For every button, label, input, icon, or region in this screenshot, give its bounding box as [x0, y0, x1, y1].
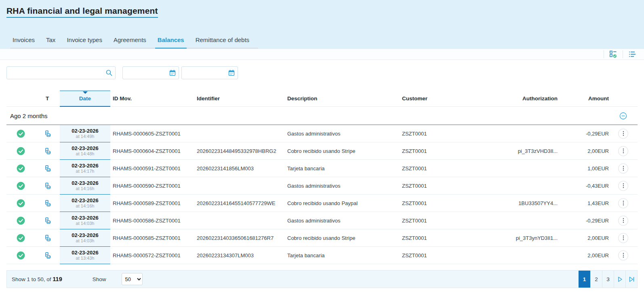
date-from-field-wrap — [122, 66, 179, 79]
date-cell: 02-23-2026 at 13:43h — [60, 247, 110, 264]
tab-tax[interactable]: Tax — [44, 33, 58, 49]
page-size-select[interactable]: 50 — [122, 273, 143, 285]
authorization-cell — [475, 212, 562, 229]
pagination-next-button[interactable] — [614, 271, 625, 288]
actions-cell — [609, 212, 638, 229]
check-circle-icon — [17, 216, 25, 225]
search-icon[interactable] — [105, 69, 113, 78]
identifier-cell — [190, 177, 285, 195]
customer-cell: ZSZT0001 — [398, 195, 475, 212]
row-menu-button[interactable] — [618, 233, 628, 243]
customer-cell: ZSZT0001 — [398, 212, 475, 229]
status-cell — [6, 160, 35, 177]
kebab-icon — [621, 252, 626, 258]
tab-agreements[interactable]: Agreements — [111, 33, 149, 49]
total-count: 119 — [53, 276, 62, 282]
status-cell — [6, 177, 35, 195]
row-menu-button[interactable] — [618, 129, 628, 139]
header-customer-column[interactable]: Customer — [398, 91, 475, 107]
header-status-column — [6, 91, 35, 107]
authorization-cell: pi_3T3ynYD3Il1... — [475, 229, 562, 247]
actions-cell — [609, 160, 638, 177]
check-circle-icon — [17, 182, 25, 190]
row-menu-button[interactable] — [618, 146, 628, 156]
movement-type-icon — [43, 164, 52, 173]
movement-type-cell — [35, 195, 60, 212]
kebab-icon — [621, 165, 626, 171]
show-label: Show — [93, 276, 106, 282]
id-mov-cell: RHAMS-0000589-ZSZT0001 — [110, 195, 190, 212]
row-menu-button[interactable] — [618, 181, 628, 191]
customer-cell: ZSZT0001 — [398, 229, 475, 247]
pagination-page-3[interactable]: 3 — [602, 271, 614, 288]
description-cell: Tarjeta bancaria — [285, 160, 398, 177]
row-menu-button[interactable] — [618, 250, 628, 261]
id-mov-cell: RHAMS-0000604-ZSZT0001 — [110, 142, 190, 160]
identifier-cell — [190, 125, 285, 142]
tab-remittance-of-debts[interactable]: Remittance of debts — [193, 33, 252, 49]
row-menu-button[interactable] — [618, 216, 628, 226]
calendar-icon[interactable] — [169, 69, 176, 78]
header-id-mov-column[interactable]: ID Mov. — [110, 91, 190, 107]
movement-type-icon — [43, 199, 52, 208]
kebab-icon — [621, 218, 626, 223]
pagination-last-button[interactable] — [625, 271, 637, 288]
calendar-icon[interactable] — [228, 69, 235, 78]
page-size-wrap: 50 — [122, 273, 143, 285]
minus-circle-icon — [619, 112, 627, 120]
header-type-column[interactable]: T — [35, 91, 60, 107]
description-cell: Gastos administrativos — [285, 212, 398, 229]
collapse-group-button[interactable] — [609, 112, 638, 120]
row-menu-button[interactable] — [618, 163, 628, 174]
id-mov-cell: RHAMS-0000572-ZSZT0001 — [110, 247, 190, 264]
tab-balances[interactable]: Balances — [155, 33, 187, 49]
filters-bar — [6, 66, 638, 79]
id-mov-cell: RHAMS-0000591-ZSZT0001 — [110, 160, 190, 177]
movement-type-cell — [35, 229, 60, 247]
sort-desc-icon — [83, 91, 88, 94]
table-row: 02-23-2026 at 14:16h RHAMS-0000589-ZSZT0… — [6, 195, 638, 212]
search-input[interactable] — [6, 66, 116, 79]
row-menu-button[interactable] — [618, 198, 628, 208]
movement-type-cell — [35, 142, 60, 160]
identifier-cell: 20260223141856LM003 — [190, 160, 285, 177]
identifier-cell — [190, 212, 285, 229]
header-identifier-column[interactable]: Identifier — [190, 91, 285, 107]
pagination-page-2[interactable]: 2 — [590, 271, 602, 288]
list-view-icon[interactable] — [628, 50, 637, 59]
main-content: T Date ID Mov. Identifier Description Cu… — [0, 60, 644, 288]
check-circle-icon — [17, 199, 25, 208]
search-field-wrap — [6, 66, 116, 79]
actions-cell — [609, 177, 638, 195]
pagination: 1 2 3 — [579, 271, 637, 288]
table-row: 02-23-2026 at 14:17h RHAMS-0000591-ZSZT0… — [6, 160, 638, 177]
date-cell: 02-23-2026 at 14:03h — [60, 212, 110, 229]
header-date-column[interactable]: Date — [60, 91, 110, 107]
tab-invoices[interactable]: Invoices — [10, 33, 37, 49]
header-description-column[interactable]: Description — [285, 91, 398, 107]
group-row: Ago 2 months — [6, 107, 638, 125]
kebab-icon — [621, 148, 626, 154]
pagination-page-1[interactable]: 1 — [579, 271, 590, 288]
tab-invoice-types[interactable]: Invoice types — [64, 33, 105, 49]
status-cell — [6, 195, 35, 212]
date-value: 02-23-2026 — [72, 232, 99, 238]
kebab-icon — [621, 200, 626, 206]
table-footer: Show 1 to 50, of 119 Show 50 1 2 3 — [6, 270, 638, 288]
time-value: at 14:03h — [76, 221, 95, 226]
table-body: 02-23-2026 at 14:49h RHAMS-0000605-ZSZT0… — [6, 125, 638, 264]
header-date-label: Date — [79, 95, 91, 102]
movement-type-icon — [43, 147, 52, 155]
header-authorization-column[interactable]: Authorization — [475, 91, 562, 107]
date-value: 02-23-2026 — [72, 180, 99, 186]
header-amount-column[interactable]: Amount — [562, 91, 609, 107]
amount-cell: 2,00EUR — [562, 229, 609, 247]
id-mov-cell: RHAMS-0000585-ZSZT0001 — [110, 229, 190, 247]
table-row: 02-23-2026 at 13:43h RHAMS-0000572-ZSZT0… — [6, 247, 638, 264]
date-cell: 02-23-2026 at 14:17h — [60, 160, 110, 177]
date-cell: 02-23-2026 at 14:16h — [60, 177, 110, 195]
page-header: RHA financial and legal management Invoi… — [0, 0, 644, 49]
customer-cell: ZSZT0001 — [398, 160, 475, 177]
date-value: 02-23-2026 — [72, 163, 99, 169]
card-view-check-icon[interactable] — [609, 50, 618, 59]
